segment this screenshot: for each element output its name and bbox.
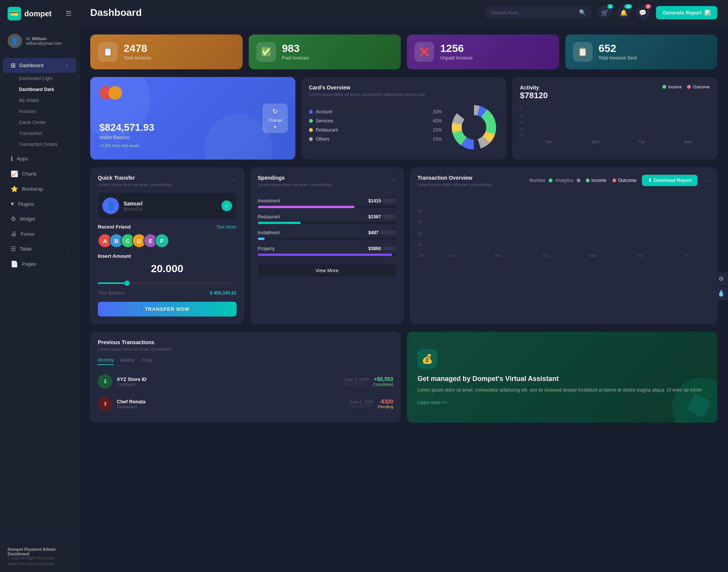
- recent-friends-label: Recent Friend: [98, 224, 131, 230]
- cards-overview-subtitle: Lorem ipsum dolor sit amet, consectetur …: [309, 92, 425, 97]
- tx-bars-wrap: Sun Mon Tue Wed Thu Fri: [417, 198, 710, 258]
- search-input[interactable]: [491, 10, 576, 16]
- total-sent-label: Total Invoices Sent: [599, 55, 637, 61]
- va-icon: 💰: [417, 349, 437, 369]
- progress-property: [258, 254, 397, 256]
- search-icon: 🔍: [579, 9, 586, 16]
- spending-item-restaurant: Restaurant $1567 /$5000: [258, 214, 397, 224]
- balance-value: $ 456,345.62: [210, 290, 236, 296]
- tx-toggle: Number Analytics: [529, 178, 581, 183]
- cart-button[interactable]: 🛒 2: [598, 5, 612, 20]
- progress-investment: [258, 206, 397, 208]
- generate-report-button[interactable]: Generate Report 📊: [656, 6, 717, 19]
- total-sent-value: 652: [599, 43, 637, 54]
- balance-label: Your Balance: [98, 290, 125, 296]
- sidebar-sub-dashboard-light[interactable]: Dashboard Light: [3, 73, 76, 84]
- tab-weekly[interactable]: Weekly: [120, 357, 135, 365]
- pages-icon: 📄: [11, 260, 18, 268]
- main-content: Dashboard 🔍 🛒 2 🔔 12 💬 8 Generate Report…: [80, 0, 728, 572]
- sidebar-item-charts[interactable]: 📈 Charts ›: [3, 166, 76, 181]
- stat-card-paid-invoices: ✅ 983 Paid Invoices: [249, 34, 401, 69]
- tx-legend: Income Outcome: [586, 178, 637, 183]
- va-title: Get managed by Dompet's Virtual Assistan…: [417, 375, 707, 383]
- hamburger-button[interactable]: ☰: [66, 9, 72, 18]
- transfer-now-button[interactable]: TRANSFER NOW: [98, 302, 237, 317]
- progress-bar-fill-restaurant: [258, 222, 301, 224]
- footer-made-by: Made with ♥ by DesignZone: [8, 562, 72, 566]
- tx-income-dot: [586, 179, 590, 182]
- refresh-icon: ↻: [272, 107, 278, 116]
- sidebar-sub-cards-center[interactable]: Cards Center: [3, 117, 76, 128]
- stat-card-info-2: 983 Paid Invoices: [282, 43, 309, 61]
- sidebar-sub-transaction[interactable]: Transaction: [3, 128, 76, 139]
- sidebar-item-dashboard[interactable]: ⊞ Dashboard ▼: [3, 58, 76, 73]
- chat-button[interactable]: 💬 8: [635, 5, 650, 20]
- sidebar-item-apps[interactable]: ℹ Apps ›: [3, 151, 76, 166]
- water-float-button[interactable]: 💧: [714, 287, 728, 300]
- spending-item-installment: Installment $487 /$10000: [258, 230, 397, 240]
- spendings-menu-button[interactable]: ⋯: [389, 175, 396, 183]
- tab-today[interactable]: Today: [141, 357, 153, 365]
- progress-bar-fill-investment: [258, 206, 355, 208]
- amount-display: 20.000: [98, 263, 237, 275]
- sidebar-item-bootstrap[interactable]: ⭐ Bootstrap ›: [3, 182, 76, 196]
- sidebar-item-forms[interactable]: 🖨 Forms ›: [3, 227, 76, 241]
- tx-x-labels: Sun Mon Tue Wed Thu Fri: [417, 254, 710, 258]
- sidebar-sub-transaction-details[interactable]: Transaction Details: [3, 139, 76, 150]
- water-icon: 💧: [717, 290, 725, 297]
- tx-legend-outcome: Outcome: [612, 178, 637, 183]
- progress-installment: [258, 238, 397, 240]
- total-invoices-icon: 📋: [98, 42, 118, 62]
- total-invoices-label: Total Invoices: [124, 55, 151, 61]
- friend-avatar-6[interactable]: F: [155, 234, 169, 248]
- sidebar-item-table[interactable]: ☰ Table ›: [3, 241, 76, 256]
- charts-icon: 📈: [11, 170, 18, 177]
- tab-monthly[interactable]: Monthly: [98, 357, 114, 365]
- activity-amount: $78120: [520, 91, 548, 100]
- spending-item-investment: Investment $1415 /$2000: [258, 198, 397, 208]
- user-email: william@gmail.com: [26, 41, 61, 45]
- user-greeting: Hi, William: [26, 36, 61, 41]
- settings-float-button[interactable]: ⚙: [714, 272, 728, 286]
- header: Dashboard 🔍 🛒 2 🔔 12 💬 8 Generate Report…: [80, 0, 728, 25]
- quick-transfer-menu-button[interactable]: ⋯: [230, 175, 237, 183]
- sidebar-item-pages[interactable]: 📄 Pages ›: [3, 257, 76, 271]
- progress-bar-fill-installment: [258, 238, 265, 240]
- sidebar-sub-my-wallet[interactable]: My Wallet: [3, 95, 76, 106]
- header-icons: 🛒 2 🔔 12 💬 8: [598, 5, 650, 20]
- nav-menu: ⊞ Dashboard ▼ Dashboard Light Dashboard …: [0, 55, 79, 541]
- wallet-change-button[interactable]: ↻ Change ▼: [262, 103, 288, 133]
- progress-bar-fill-property: [258, 254, 392, 256]
- user-section: 👤 Hi, William william@gmail.com: [0, 28, 79, 55]
- see-more-link[interactable]: See More: [217, 224, 236, 230]
- tx-overview-menu-button[interactable]: ⋯: [703, 176, 710, 185]
- wallet-label: Wallet Balance: [99, 135, 286, 140]
- tx-amount-wrap-2: -$320 Pending: [378, 398, 393, 409]
- contact-handle: @sum224: [124, 207, 143, 211]
- generate-report-label: Generate Report: [663, 10, 701, 16]
- analytics-toggle-dot[interactable]: [577, 179, 581, 182]
- sidebar-item-plugins[interactable]: ♥ Plugins ›: [3, 197, 76, 211]
- legend-item-account: Account 20%: [309, 109, 442, 114]
- stat-cards-row: 📋 2478 Total Invoices ✅ 983 Paid Invoice…: [90, 34, 717, 69]
- chat-icon: 💬: [639, 9, 646, 16]
- page-title: Dashboard: [90, 7, 479, 19]
- number-toggle-dot[interactable]: [549, 179, 552, 182]
- footer-title: Dompet Payment Admin Dashboard: [8, 547, 72, 556]
- cart-badge: 2: [607, 4, 613, 9]
- amount-slider[interactable]: [98, 282, 237, 284]
- total-invoices-value: 2478: [124, 43, 151, 54]
- notification-button[interactable]: 🔔 12: [617, 5, 631, 20]
- donut-chart: [449, 103, 499, 152]
- sidebar-sub-dashboard-dark[interactable]: Dashboard Dark: [3, 84, 76, 95]
- forms-icon: 🖨: [11, 230, 17, 237]
- view-more-button[interactable]: View More: [258, 263, 397, 277]
- activity-bars: Sun Mon Tue Wed: [527, 107, 710, 144]
- search-bar[interactable]: 🔍: [485, 6, 592, 19]
- download-report-button[interactable]: ⬇ Download Report: [642, 175, 698, 186]
- logo-icon: 💳: [8, 7, 21, 20]
- amount-slider-wrap[interactable]: [98, 279, 237, 285]
- sidebar-item-widget[interactable]: ⚙ Widget ›: [3, 212, 76, 226]
- sidebar-sub-invoices[interactable]: Invoices: [3, 106, 76, 117]
- va-learn-more-link[interactable]: Learn more >>: [417, 400, 707, 405]
